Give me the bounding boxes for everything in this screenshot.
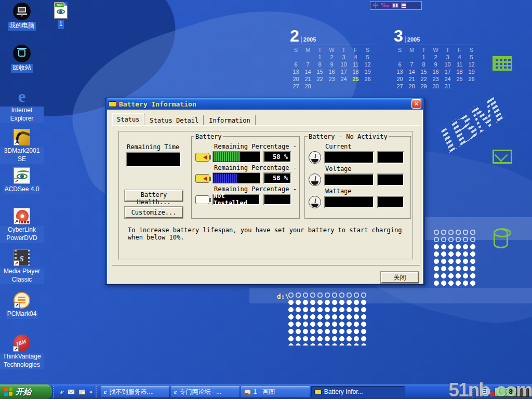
close-button[interactable]: 关闭 (381, 272, 419, 283)
ime-notepad-icon[interactable] (401, 3, 406, 8)
desktop-icon-label: CyberLink PowerDVD (0, 226, 44, 243)
calendar-day: 7 (302, 61, 314, 68)
remaining-time-display (126, 152, 181, 167)
calendar-day: 22 (314, 75, 326, 83)
calendar-day: 3 (338, 54, 350, 61)
acdsee-icon: ↗ (14, 167, 30, 184)
taskbar-task-battery[interactable]: Battery Infor... (311, 386, 405, 397)
internet-explorer-icon: e (13, 87, 31, 105)
calendar-day (350, 83, 362, 90)
desktop-icon-internet-explorer[interactable]: e Internet Explorer (0, 87, 44, 123)
battery-1-percent: 58 % (263, 151, 291, 163)
dot-grid-right-filled (433, 243, 477, 287)
desktop-icon-thinkvantage[interactable]: IBM↗ ThinkVantage Technologies (0, 335, 44, 369)
calendar-weekday: W (326, 46, 338, 54)
taskbar-task-ie[interactable]: e专门网论坛 - ... (171, 386, 240, 397)
gauge-icon (309, 174, 321, 186)
close-icon[interactable]: × (411, 99, 421, 109)
desktop-icon-label: ACDSee 4.0 (3, 185, 41, 194)
calendar-weekday: M (406, 46, 418, 54)
calendar-day: 28 (302, 83, 314, 90)
current-unit-display (377, 151, 404, 164)
remaining-percentage-label: Remaining Percentage - (214, 185, 297, 193)
calendar-weekday: F (454, 46, 466, 54)
voltage-row (309, 174, 408, 186)
quick-launch-mail-icon[interactable] (68, 389, 75, 394)
show-desktop-icon[interactable] (78, 389, 86, 395)
calendar-day (466, 83, 477, 90)
desktop-icon-jpg-file[interactable]: JPG 1 (48, 2, 74, 29)
customize-button[interactable]: Customize... (125, 207, 183, 218)
quick-launch-bar: e » (58, 388, 95, 396)
tab-information[interactable]: Information (204, 115, 255, 125)
ime-keyboard-icon[interactable] (392, 3, 398, 8)
desktop-icon-my-computer[interactable]: 我的电脑 (0, 3, 44, 31)
battery-health-button[interactable]: Battery Health... (125, 190, 183, 202)
calendar-weekday: M (302, 46, 314, 54)
calendar-day: 1 (314, 54, 326, 61)
start-label: 开始 (16, 387, 31, 397)
taskbar-task-ie[interactable]: e找不到服务器,... (101, 386, 169, 397)
desktop-icon-acdsee[interactable]: ↗ ACDSee 4.0 (0, 167, 44, 194)
watermark-right: com (496, 379, 532, 399)
calendar-weekday: F (350, 46, 362, 54)
calendar-day: 11 (454, 61, 466, 68)
calendar-day: 5 (466, 54, 477, 61)
calendar-day: 2 (430, 54, 442, 61)
current-label: Current (325, 143, 408, 150)
calendar-day: 9 (326, 61, 338, 68)
quick-launch-ie-icon[interactable]: e (60, 388, 64, 396)
calendar-day: 22 (418, 75, 430, 83)
battery-charging-icon (195, 153, 209, 162)
wattage-value-display (324, 196, 374, 208)
task-buttons: e找不到服务器,...e专门网论坛 - ...1 - 画图Battery Inf… (101, 386, 406, 397)
desktop-icon-recycle-bin[interactable]: 回收站 (0, 45, 44, 73)
gauge-icon (309, 151, 321, 164)
calendar-year: 2005 (405, 36, 420, 43)
dot-grid-right-hollow (433, 229, 477, 243)
no-activity-group-title: Battery - No Activity (308, 133, 389, 140)
battery-information-dialog: Battery Information × Status Status Deta… (105, 98, 425, 285)
desktop-icon-media-player-classic[interactable]: s↗ Media Player Classic (0, 249, 44, 284)
calendar-day: 15 (418, 68, 430, 75)
ime-chinese-indicator[interactable]: 中 (373, 2, 378, 9)
battery-3-status: Not Installed (212, 194, 260, 205)
battery-row-3: Not Installed (195, 194, 297, 205)
calendar-day (394, 54, 406, 61)
desktop-icon-powerdvd[interactable]: ↗ CyberLink PowerDVD (0, 208, 44, 243)
calendar-day: 1 (418, 54, 430, 61)
start-button[interactable]: 开始 (0, 384, 52, 399)
battery-group-title: Battery (194, 133, 223, 140)
desktop-icon-3dmark2001[interactable]: ↗ 3DMark2001 SE (0, 129, 44, 164)
calendar-day: 2 (326, 54, 338, 61)
desktop-icon-label: PCMark04 (6, 310, 38, 319)
wattage-row (309, 196, 408, 208)
battery-titlebar-icon (109, 101, 117, 107)
desktop-icon-pcmark04[interactable]: ↗ PCMark04 (0, 292, 44, 319)
ime-language-bar[interactable]: 中 ‰ (370, 1, 422, 10)
calendar-weekday: S (466, 46, 477, 54)
calendar-day: 9 (430, 61, 442, 68)
battery-2-percent: 58 % (263, 172, 291, 184)
3dmark2001-icon: ↗ (14, 129, 30, 145)
ime-fullwidth-icon[interactable]: ‰ (381, 2, 389, 9)
calendar-day: 16 (430, 68, 442, 75)
calendar-day (314, 83, 326, 90)
calendar-day: 6 (290, 61, 302, 68)
dot-grid-center-filled (287, 299, 368, 345)
thinkvantage-icon: IBM↗ (14, 335, 30, 351)
calendar-march: 32005SMTWTFS1234567891011121314151617181… (394, 30, 478, 90)
calendar-day: 5 (362, 54, 374, 61)
my-computer-icon (13, 3, 31, 20)
battery-row-2: 58 % (195, 172, 297, 184)
calendar-day: 25 (454, 75, 466, 83)
tab-status[interactable]: Status (112, 113, 144, 125)
chevron-icon[interactable]: » (89, 389, 92, 395)
calendar-day: 12 (466, 61, 477, 68)
calendar-day (338, 83, 350, 90)
taskbar-task-paint[interactable]: 1 - 画图 (241, 386, 310, 397)
calendar-weekday: T (338, 46, 350, 54)
dialog-titlebar[interactable]: Battery Information × (107, 98, 423, 110)
tab-status-detail[interactable]: Status Detail (144, 115, 204, 125)
battery-icon (314, 390, 322, 394)
